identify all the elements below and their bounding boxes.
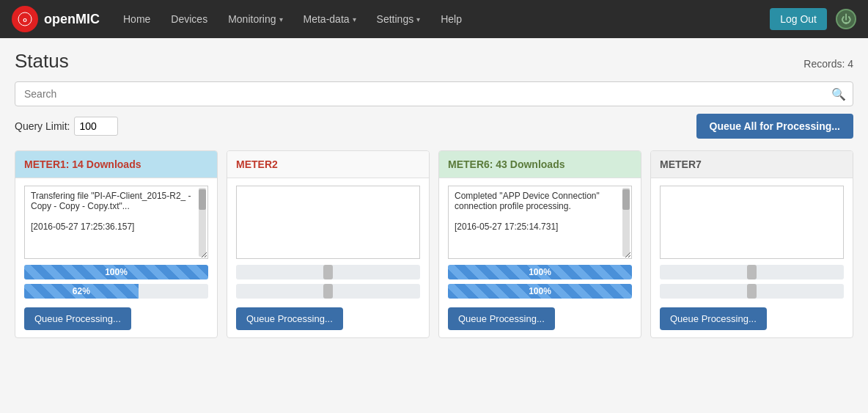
query-limit-input[interactable] — [74, 117, 118, 136]
queue-button-meter6[interactable]: Queue Processing... — [448, 307, 555, 330]
progress-fill-meter1-0: 100% — [24, 265, 208, 279]
progress-bar-meter6-0: 100% — [448, 265, 632, 279]
card-body-meter1: Transfering file "PI-AF-Client_2015-R2_ … — [15, 178, 217, 337]
nav-monitoring-label: Monitoring — [228, 13, 276, 25]
nav-monitoring[interactable]: Monitoring ▾ — [219, 0, 291, 38]
controls-row: Query Limit: Queue All for Processing... — [15, 114, 853, 139]
progress-fill-meter6-1: 100% — [448, 284, 632, 299]
progress-bar-meter7-1 — [660, 284, 844, 299]
log-text-meter6: Completed "APP Device Connection" connec… — [455, 191, 625, 232]
meter-card-meter1: METER1: 14 Downloads Transfering file "P… — [15, 150, 218, 338]
queue-button-meter7[interactable]: Queue Processing... — [660, 307, 767, 330]
progress-bar-meter6-1: 100% — [448, 284, 632, 299]
progress-bar-meter2-1 — [236, 284, 420, 299]
search-icon: 🔍 — [831, 87, 846, 101]
power-icon: ⏻ — [836, 9, 856, 29]
log-text-meter1: Transfering file "PI-AF-Client_2015-R2_ … — [31, 191, 202, 232]
progress-fill-empty-1 — [323, 284, 333, 299]
queue-button-meter1[interactable]: Queue Processing... — [24, 307, 131, 330]
nav-metadata[interactable]: Meta-data ▾ — [295, 0, 365, 38]
settings-dropdown-arrow: ▾ — [416, 15, 420, 23]
nav-home[interactable]: Home — [114, 0, 159, 38]
nav-links: Home Devices Monitoring ▾ Meta-data ▾ Se… — [114, 0, 770, 38]
meter-card-meter7: METER7 Queue Processing... — [650, 150, 853, 338]
card-body-meter7: Queue Processing... — [651, 178, 853, 337]
log-area-meter2 — [236, 186, 420, 259]
progress-fill-meter1-1: 62% — [24, 284, 139, 299]
query-limit-label: Query Limit: — [15, 120, 70, 132]
main-content: Status Records: 4 🔍 Query Limit: Queue A… — [0, 38, 868, 350]
progress-bar-meter1-1: 62% — [24, 284, 208, 299]
meter-card-meter6: METER6: 43 Downloads Completed "APP Devi… — [438, 150, 641, 338]
progress-fill-meter6-0: 100% — [448, 265, 632, 279]
search-container: 🔍 — [15, 81, 853, 106]
nav-metadata-label: Meta-data — [304, 13, 350, 25]
log-area-meter6: Completed "APP Device Connection" connec… — [448, 186, 632, 259]
brand: o openMIC — [12, 6, 100, 32]
queue-button-meter2[interactable]: Queue Processing... — [236, 307, 343, 330]
navbar-right: Log Out ⏻ — [770, 8, 856, 30]
nav-help[interactable]: Help — [432, 0, 471, 38]
query-limit-area: Query Limit: — [15, 117, 118, 136]
card-header-meter6: METER6: 43 Downloads — [439, 151, 641, 178]
page-header: Status Records: 4 — [15, 50, 853, 73]
nav-devices[interactable]: Devices — [162, 0, 216, 38]
search-input[interactable] — [15, 81, 853, 106]
nav-settings-label: Settings — [377, 13, 414, 25]
progress-fill-empty-1 — [747, 284, 757, 299]
card-header-meter1: METER1: 14 Downloads — [15, 151, 217, 178]
logout-button[interactable]: Log Out — [770, 8, 827, 30]
progress-bar-meter7-0 — [660, 265, 844, 279]
navbar: o openMIC Home Devices Monitoring ▾ Meta… — [0, 0, 868, 38]
meter-card-meter2: METER2 Queue Processing... — [227, 150, 430, 338]
progress-fill-empty-0 — [747, 265, 757, 279]
progress-bar-meter2-0 — [236, 265, 420, 279]
metadata-dropdown-arrow: ▾ — [353, 15, 356, 23]
log-area-meter7 — [660, 186, 844, 259]
log-area-meter1: Transfering file "PI-AF-Client_2015-R2_ … — [24, 186, 208, 259]
records-count: Records: 4 — [803, 58, 853, 70]
card-body-meter2: Queue Processing... — [227, 178, 429, 337]
progress-bar-meter1-0: 100% — [24, 265, 208, 279]
cards-grid: METER1: 14 Downloads Transfering file "P… — [15, 150, 853, 338]
brand-logo: o — [12, 6, 38, 32]
svg-text:o: o — [23, 16, 27, 23]
card-body-meter6: Completed "APP Device Connection" connec… — [439, 178, 641, 337]
card-header-meter2: METER2 — [227, 151, 429, 178]
monitoring-dropdown-arrow: ▾ — [279, 15, 283, 23]
card-header-meter7: METER7 — [651, 151, 853, 178]
progress-fill-empty-0 — [323, 265, 333, 279]
brand-name: openMIC — [44, 12, 100, 27]
queue-all-button[interactable]: Queue All for Processing... — [696, 114, 853, 139]
page-title: Status — [15, 50, 69, 73]
nav-settings[interactable]: Settings ▾ — [368, 0, 430, 38]
